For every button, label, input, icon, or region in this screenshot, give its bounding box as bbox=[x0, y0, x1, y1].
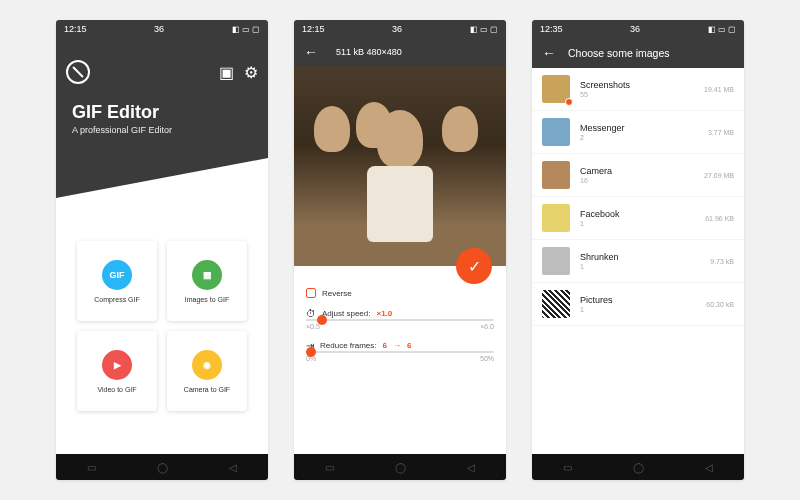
folder-row[interactable]: Facebook161.96 KB bbox=[532, 197, 744, 240]
folder-thumb bbox=[542, 161, 570, 189]
status-net: 36 bbox=[154, 24, 164, 34]
app-subtitle: A professional GIF Editor bbox=[72, 125, 172, 135]
card-images-to-gif[interactable]: ▦ Images to GIF bbox=[167, 241, 247, 321]
image-icon: ▦ bbox=[192, 260, 222, 290]
status-icons: ◧ ▭ ▢ bbox=[470, 25, 498, 34]
nav-home-icon[interactable]: ◯ bbox=[395, 462, 406, 473]
nav-recent-icon[interactable]: ▭ bbox=[563, 462, 572, 473]
speed-control: ⏱ Adjust speed: ×1.0 ×0.5 ×6.0 bbox=[306, 308, 494, 330]
status-net: 36 bbox=[630, 24, 640, 34]
folder-name: Camera bbox=[580, 166, 694, 176]
folder-thumb bbox=[542, 204, 570, 232]
status-time: 12:15 bbox=[64, 24, 87, 34]
folder-row[interactable]: Messenger23.77 MB bbox=[532, 111, 744, 154]
status-icons: ◧ ▭ ▢ bbox=[232, 25, 260, 34]
no-ads-icon[interactable] bbox=[66, 60, 90, 84]
speed-slider[interactable] bbox=[306, 319, 494, 321]
folder-size: 9.73 kB bbox=[710, 258, 734, 265]
reverse-toggle[interactable]: Reverse bbox=[306, 288, 494, 298]
folder-name: Facebook bbox=[580, 209, 695, 219]
settings-icon[interactable]: ⚙ bbox=[244, 63, 258, 82]
back-icon[interactable]: ← bbox=[304, 44, 318, 60]
screen-picker: 12:35 36 ◧ ▭ ▢ ← Choose some images Scre… bbox=[532, 20, 744, 480]
folder-thumb bbox=[542, 290, 570, 318]
play-icon: ▶ bbox=[102, 350, 132, 380]
folder-icon[interactable]: ▣ bbox=[219, 63, 234, 82]
nav-back-icon[interactable]: ◁ bbox=[705, 462, 713, 473]
status-time: 12:35 bbox=[540, 24, 563, 34]
card-label: Compress GIF bbox=[94, 296, 140, 303]
status-bar: 12:15 36 ◧ ▭ ▢ bbox=[294, 20, 506, 38]
folder-count: 1 bbox=[580, 263, 700, 270]
app-title: GIF Editor bbox=[72, 102, 172, 123]
speed-value: ×1.0 bbox=[376, 309, 392, 318]
confirm-fab[interactable]: ✓ bbox=[456, 248, 492, 284]
frames-value: 6 bbox=[407, 341, 411, 350]
folder-size: 60.30 kB bbox=[706, 301, 734, 308]
android-nav: ▭ ◯ ◁ bbox=[294, 454, 506, 480]
camera-icon: ◉ bbox=[192, 350, 222, 380]
android-nav: ▭ ◯ ◁ bbox=[56, 454, 268, 480]
status-bar: 12:35 36 ◧ ▭ ▢ bbox=[532, 20, 744, 38]
card-label: Camera to GIF bbox=[184, 386, 230, 393]
selected-dot-icon bbox=[565, 98, 573, 106]
folder-thumb bbox=[542, 75, 570, 103]
slider-thumb-icon bbox=[306, 347, 316, 357]
file-info: 511 kB 480×480 bbox=[336, 47, 402, 57]
screen-home: 12:15 36 ◧ ▭ ▢ ▣ ⚙ GIF Editor A professi… bbox=[56, 20, 268, 480]
folder-count: 1 bbox=[580, 306, 696, 313]
card-video-to-gif[interactable]: ▶ Video to GIF bbox=[77, 331, 157, 411]
editor-topbar: ← 511 kB 480×480 bbox=[294, 38, 506, 66]
folder-row[interactable]: Shrunken19.73 kB bbox=[532, 240, 744, 283]
gauge-icon: ⏱ bbox=[306, 308, 316, 319]
status-time: 12:15 bbox=[302, 24, 325, 34]
nav-home-icon[interactable]: ◯ bbox=[157, 462, 168, 473]
status-net: 36 bbox=[392, 24, 402, 34]
card-label: Video to GIF bbox=[97, 386, 136, 393]
folder-size: 3.77 MB bbox=[708, 129, 734, 136]
frames-slider[interactable] bbox=[306, 351, 494, 353]
nav-back-icon[interactable]: ◁ bbox=[467, 462, 475, 473]
nav-back-icon[interactable]: ◁ bbox=[229, 462, 237, 473]
folder-list: Screenshots5519.41 MBMessenger23.77 MBCa… bbox=[532, 68, 744, 454]
folder-count: 55 bbox=[580, 91, 694, 98]
folder-size: 61.96 KB bbox=[705, 215, 734, 222]
folder-row[interactable]: Screenshots5519.41 MB bbox=[532, 68, 744, 111]
picker-title: Choose some images bbox=[568, 47, 670, 59]
folder-name: Shrunken bbox=[580, 252, 700, 262]
card-compress-gif[interactable]: GIF Compress GIF bbox=[77, 241, 157, 321]
folder-count: 16 bbox=[580, 177, 694, 184]
nav-recent-icon[interactable]: ▭ bbox=[87, 462, 96, 473]
folder-name: Messenger bbox=[580, 123, 698, 133]
status-bar: 12:15 36 ◧ ▭ ▢ bbox=[56, 20, 268, 38]
folder-row[interactable]: Pictures160.30 kB bbox=[532, 283, 744, 326]
gif-badge-icon: GIF bbox=[102, 260, 132, 290]
home-body: GIF Compress GIF ▦ Images to GIF ▶ Video… bbox=[56, 198, 268, 454]
folder-row[interactable]: Camera1627.69 MB bbox=[532, 154, 744, 197]
status-icons: ◧ ▭ ▢ bbox=[708, 25, 736, 34]
folder-thumb bbox=[542, 118, 570, 146]
checkbox-icon bbox=[306, 288, 316, 298]
folder-size: 19.41 MB bbox=[704, 86, 734, 93]
folder-count: 2 bbox=[580, 134, 698, 141]
folder-name: Screenshots bbox=[580, 80, 694, 90]
header-banner: ▣ ⚙ GIF Editor A professional GIF Editor bbox=[56, 38, 268, 198]
nav-home-icon[interactable]: ◯ bbox=[633, 462, 644, 473]
reverse-label: Reverse bbox=[322, 289, 352, 298]
card-label: Images to GIF bbox=[185, 296, 229, 303]
card-camera-to-gif[interactable]: ◉ Camera to GIF bbox=[167, 331, 247, 411]
screen-editor: 12:15 36 ◧ ▭ ▢ ← 511 kB 480×480 ✓ Revers… bbox=[294, 20, 506, 480]
folder-name: Pictures bbox=[580, 295, 696, 305]
back-icon[interactable]: ← bbox=[542, 45, 556, 61]
folder-thumb bbox=[542, 247, 570, 275]
folder-count: 1 bbox=[580, 220, 695, 227]
folder-size: 27.69 MB bbox=[704, 172, 734, 179]
gif-preview[interactable] bbox=[294, 66, 506, 266]
nav-recent-icon[interactable]: ▭ bbox=[325, 462, 334, 473]
frames-control: ⇥ Reduce frames: 6 → 6 0% 50% bbox=[306, 340, 494, 362]
check-icon: ✓ bbox=[468, 257, 481, 276]
android-nav: ▭ ◯ ◁ bbox=[532, 454, 744, 480]
picker-topbar: ← Choose some images bbox=[532, 38, 744, 68]
